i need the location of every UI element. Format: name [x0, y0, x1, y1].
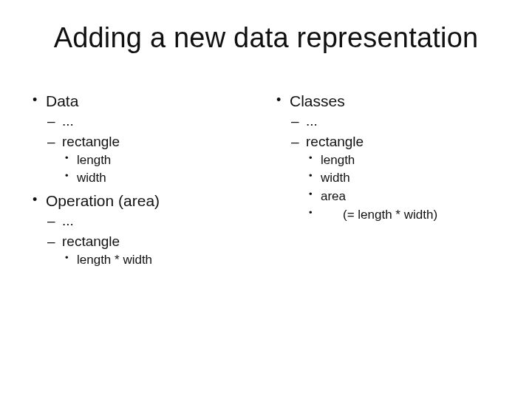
- sub-sub-list: length width area (= length * width): [306, 151, 502, 225]
- list-label: rectangle: [306, 134, 364, 149]
- sub-list: ... rectangle length * width: [46, 211, 259, 269]
- list-label: length: [77, 153, 111, 167]
- list-label: area: [321, 189, 346, 203]
- left-list: Data ... rectangle length: [30, 91, 259, 269]
- list-item: rectangle length width: [46, 132, 259, 188]
- list-item: rectangle length width area: [290, 132, 502, 224]
- list-label: ...: [62, 213, 74, 228]
- list-label: Classes: [290, 92, 345, 109]
- content-columns: Data ... rectangle length: [30, 91, 502, 272]
- sub-list: ... rectangle length width: [46, 112, 259, 188]
- slide: Adding a new data representation Data ..…: [0, 0, 532, 399]
- list-item: ...: [290, 112, 502, 131]
- sub-sub-list: length width: [62, 151, 259, 188]
- list-item: width: [62, 169, 259, 188]
- list-item: (= length * width): [306, 206, 502, 225]
- right-column: Classes ... rectangle length: [273, 91, 502, 272]
- list-label: length: [321, 153, 355, 167]
- list-item: length: [62, 151, 259, 170]
- list-item: length: [306, 151, 502, 170]
- list-item: length * width: [62, 251, 259, 270]
- list-label: ...: [306, 113, 318, 129]
- sub-list: ... rectangle length width: [290, 112, 502, 224]
- right-list: Classes ... rectangle length: [273, 91, 502, 224]
- list-item: width: [306, 169, 502, 188]
- list-label: rectangle: [62, 134, 120, 149]
- list-item: Data ... rectangle length: [30, 91, 259, 188]
- list-item: Classes ... rectangle length: [273, 91, 502, 224]
- sub-sub-list: length * width: [62, 251, 259, 270]
- list-label: (= length * width): [321, 206, 437, 225]
- list-item: ...: [46, 112, 259, 131]
- list-label: length * width: [77, 253, 152, 267]
- list-item: Operation (area) ... rectangle length * …: [30, 191, 259, 269]
- list-label: Data: [46, 92, 78, 109]
- list-label: width: [77, 171, 106, 185]
- list-label: rectangle: [62, 233, 120, 249]
- list-item: rectangle length * width: [46, 232, 259, 269]
- left-column: Data ... rectangle length: [30, 91, 259, 272]
- list-item: area: [306, 188, 502, 206]
- list-label: Operation (area): [46, 192, 160, 209]
- list-item: ...: [46, 211, 259, 231]
- list-label: width: [321, 171, 350, 185]
- list-label: ...: [62, 113, 74, 129]
- slide-title: Adding a new data representation: [30, 22, 502, 54]
